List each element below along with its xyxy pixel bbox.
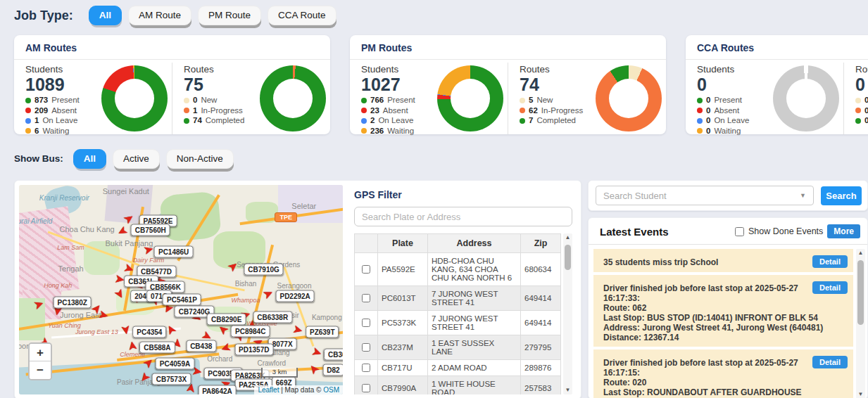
detail-button[interactable]: Detail: [812, 356, 848, 368]
legend-dot-icon: [25, 128, 31, 134]
bus-plate-label[interactable]: PC4059A: [156, 357, 194, 369]
detail-button[interactable]: Detail: [812, 281, 848, 294]
row-checkbox[interactable]: [362, 343, 370, 352]
bus-plate-label[interactable]: CB8290E: [207, 313, 246, 325]
map-zoom-out-button[interactable]: −: [30, 361, 51, 379]
legend-item: 62 In-Progress: [520, 105, 596, 116]
scroll-down-icon[interactable]: ▼: [565, 386, 571, 394]
bus-marker-icon[interactable]: ➤: [142, 243, 155, 257]
row-checkbox[interactable]: [362, 265, 370, 274]
bus-plate-label[interactable]: CB7560H: [131, 224, 170, 236]
routes-donut-chart: [260, 65, 326, 131]
row-select-cell: [355, 360, 378, 376]
bus-marker-icon[interactable]: ➤: [220, 341, 233, 356]
latest-events-title: Latest Events: [600, 226, 669, 238]
scroll-down-icon[interactable]: ▼: [858, 390, 864, 398]
row-checkbox[interactable]: [362, 364, 370, 372]
gps-table-scrollbar[interactable]: ▲ ▼: [563, 233, 572, 394]
show-done-events-checkbox[interactable]: [735, 227, 744, 236]
bus-plate-label[interactable]: PD2292A: [275, 290, 314, 302]
gps-search-input[interactable]: [354, 207, 572, 226]
event-item: Driver finished job before last stop at …: [593, 349, 853, 398]
map-zoom-control: + −: [28, 342, 52, 380]
bus-marker-icon[interactable]: ➤: [291, 323, 304, 337]
table-row: PA5592EHDB-CHOA CHU KANG, 634 CHOA CHU K…: [355, 253, 561, 286]
students-donut-chart: [437, 65, 503, 131]
students-total: 1027: [361, 75, 437, 94]
legend-dot-icon: [697, 108, 703, 113]
show-bus-button-active[interactable]: Active: [113, 149, 160, 169]
address-cell: 7 JURONG WEST STREET 41: [428, 286, 521, 311]
bus-plate-label[interactable]: PC8984C: [231, 325, 270, 337]
bus-plate-label[interactable]: CB438: [186, 340, 216, 352]
event-item: 35 students miss trip SchoolDetail: [593, 249, 853, 272]
job-type-button-cca-route[interactable]: CCA Route: [268, 6, 336, 25]
latest-events-card: Latest Events Show Done Events More 35 s…: [588, 217, 868, 398]
student-search-select[interactable]: Search Student ▼: [596, 186, 814, 205]
map-zoom-in-button[interactable]: +: [30, 344, 51, 361]
show-bus-button-non-active[interactable]: Non-Active: [166, 149, 234, 169]
more-button[interactable]: More: [827, 224, 860, 238]
route-card-title: AM Routes: [14, 35, 330, 60]
job-type-button-pm-route[interactable]: PM Route: [198, 6, 261, 25]
map-attribution-text: | Map data ©: [281, 386, 321, 394]
bus-plate-label[interactable]: PZ639T: [306, 326, 339, 338]
event-detail-line: Last Stop: BUS STOP (ID:14041) INFRONT O…: [603, 313, 848, 323]
show-bus-row: Show Bus: AllActiveNon-Active: [14, 149, 868, 173]
bus-plate-label[interactable]: CB7573X: [152, 373, 191, 385]
zip-cell: 257583: [521, 376, 561, 395]
search-button[interactable]: Search: [821, 186, 862, 205]
event-detail-line: Distance: 12367.14: [603, 333, 848, 342]
map-attribution: Leaflet | Map data © OSM: [254, 385, 343, 394]
bus-marker-icon[interactable]: ➤: [261, 286, 275, 301]
bus-plate-label[interactable]: CB7910G: [244, 264, 283, 276]
legend-dot-icon: [361, 108, 367, 113]
plate-cell: CB7990A: [378, 376, 428, 395]
legend-item: 0 Absent: [697, 105, 773, 116]
event-title-row: Driver finished job before last stop at …: [603, 353, 848, 378]
row-checkbox[interactable]: [362, 319, 370, 327]
bus-plate-label[interactable]: PA8642A: [198, 385, 237, 394]
map-place-label: Crawford: [258, 359, 287, 367]
detail-button[interactable]: Detail: [812, 255, 848, 268]
bus-plate-label[interactable]: D82: [322, 364, 343, 375]
scrollbar-thumb[interactable]: [565, 245, 571, 270]
events-header-controls: Show Done Events More: [735, 224, 860, 238]
zip-column-header: Zip: [521, 234, 561, 253]
row-checkbox[interactable]: [362, 384, 370, 392]
bus-plate-label[interactable]: CB369R: [324, 348, 343, 360]
legend-dot-icon: [697, 128, 703, 134]
bus-plate-label[interactable]: PD1357D: [234, 343, 273, 355]
row-checkbox[interactable]: [362, 294, 370, 302]
scrollbar-thumb[interactable]: [857, 260, 864, 325]
students-total: 0: [697, 75, 773, 94]
osm-link[interactable]: OSM: [323, 386, 339, 394]
legend-dot-icon: [184, 108, 189, 113]
leaflet-link[interactable]: Leaflet: [258, 386, 279, 394]
map-place-label: Seletar: [291, 202, 316, 210]
bus-plate-label[interactable]: PC1486U: [154, 246, 193, 258]
bus-plate-label[interactable]: PC1380Z: [54, 296, 92, 308]
zip-cell: 649414: [521, 286, 561, 311]
plate-cell: PA5592E: [378, 253, 428, 286]
map[interactable]: Sungei KadutSeletarKranji ReservoirMurai…: [19, 185, 343, 394]
events-scrollbar[interactable]: ▲ ▼: [856, 249, 865, 398]
show-bus-button-all[interactable]: All: [73, 149, 106, 169]
job-type-button-am-route[interactable]: AM Route: [128, 6, 191, 25]
bus-marker-icon[interactable]: ➤: [310, 345, 324, 360]
scroll-up-icon[interactable]: ▲: [858, 249, 864, 257]
job-type-button-all[interactable]: All: [89, 6, 122, 25]
legend-dot-icon: [361, 98, 367, 103]
bus-plate-label[interactable]: PC5461P: [163, 293, 201, 305]
bus-plate-label[interactable]: CB6338R: [253, 311, 292, 323]
bus-plate-label[interactable]: CB588A: [139, 341, 175, 353]
show-bus-buttons: AllActiveNon-Active: [73, 149, 234, 169]
legend-dot-icon: [184, 98, 189, 103]
scroll-up-icon[interactable]: ▲: [565, 233, 571, 242]
students-donut-chart: [773, 65, 839, 131]
bus-marker-icon[interactable]: ➤: [119, 323, 132, 335]
gps-table: Plate Address Zip PA5592EHDB-CHOA CHU KA…: [354, 233, 561, 394]
bus-plate-label[interactable]: PC4354: [132, 326, 166, 338]
map-place-label: Jurong East 13: [75, 328, 118, 335]
bus-marker-icon[interactable]: ➤: [306, 361, 322, 377]
